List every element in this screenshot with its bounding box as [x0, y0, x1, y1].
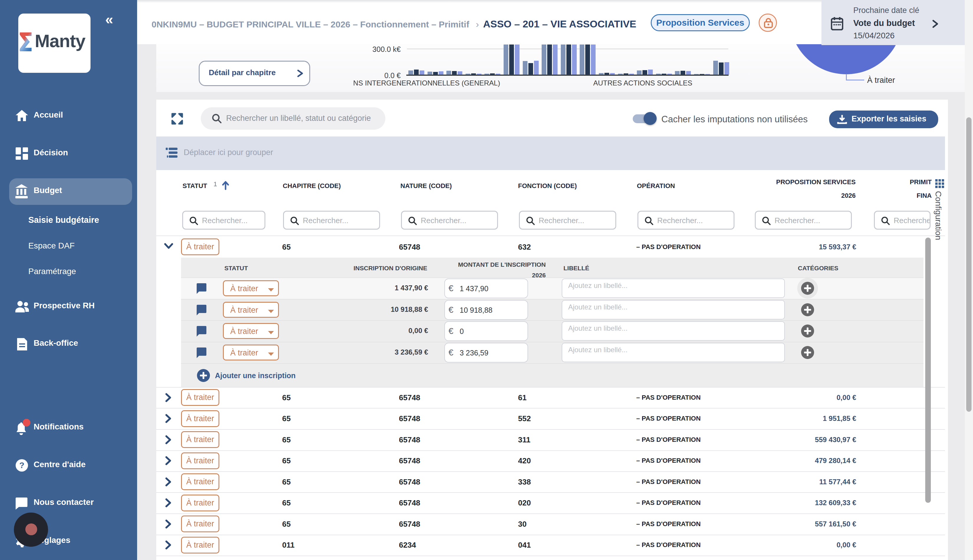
svg-text:?: ?	[19, 461, 24, 470]
